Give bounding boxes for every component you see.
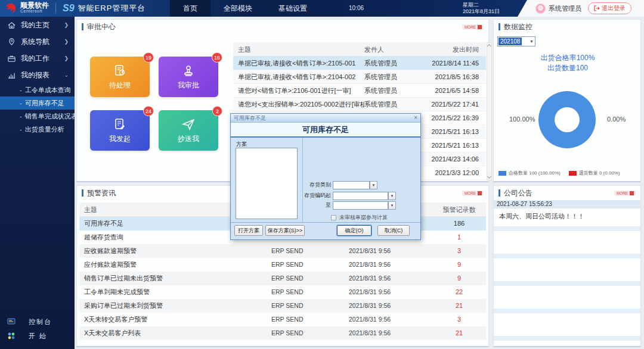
scroll-up-icon[interactable] [487, 44, 491, 48]
sidebar-sub-shipment-quality[interactable]: 出货质量分析 [0, 123, 75, 136]
title-accent-bar [499, 23, 500, 30]
avatar[interactable] [535, 4, 546, 14]
chevron-right-icon: ❯ [64, 39, 69, 45]
more-grid-icon [478, 25, 482, 29]
alert-row[interactable]: 采购订单已过期未到货预警ERP SEND2021/8/31 9:5621 [79, 299, 486, 313]
company-logo-icon [5, 2, 17, 14]
weekday: 星期二 [463, 2, 500, 8]
message-scrollbar[interactable] [487, 42, 492, 180]
notice-more-button[interactable]: MORE [614, 191, 636, 196]
tile-my-approvals[interactable]: 16 我审批 [159, 57, 218, 97]
chevron-right-icon: ❯ [64, 22, 69, 28]
tile-cc-to-me[interactable]: 2 抄送我 [159, 110, 218, 151]
save-plan-button[interactable]: 保存方案(S)>> [265, 225, 305, 236]
scroll-down-icon[interactable] [487, 174, 491, 179]
nav-home[interactable]: 首页 [170, 0, 210, 17]
plan-listbox[interactable] [236, 148, 298, 219]
notice-date: 2021-08-27 15:56:23 [494, 200, 640, 208]
col-subject: 主题 [233, 42, 364, 56]
unaudited-checkbox[interactable] [331, 215, 336, 220]
date-block: 星期二 2021年8月31日 [463, 2, 500, 15]
sidebar-sub-available-stock[interactable]: 可用库存不足 [0, 96, 75, 110]
message-row[interactable]: 单据已审核,请接收<销售订单>:2104-002系统管理员2021/8/5 16… [233, 70, 486, 84]
message-row[interactable]: 请您对<销售订单>:2106-001进行[一审]系统管理员2021/6/5 14… [233, 84, 486, 98]
console-label: 控制台 [29, 317, 52, 326]
col-count: 预警记录数 [432, 202, 486, 216]
approval-more-button[interactable]: MORE [462, 24, 484, 30]
logout-button[interactable]: 退出登录 [588, 2, 631, 14]
dialog-window-title: 可用库存不足 [234, 114, 266, 122]
sidebar: 我的主页 ❯ 系统导航 ❯ 我的工作 ❯ 我的报表 ⌄ 工令单成本查询 可用库存… [0, 17, 75, 349]
initiated-count-badge: 24 [143, 106, 154, 116]
code-from-dropdown-button[interactable]: ▼ [388, 192, 396, 200]
category-dropdown-button[interactable]: ▼ [370, 181, 377, 189]
clipboard-clock-icon [113, 64, 127, 78]
legend-swatch-return [569, 171, 577, 176]
code-to-label: 至 [298, 201, 331, 209]
approval-panel-title: 审批中心 [87, 22, 116, 32]
code-to-input[interactable] [333, 201, 388, 210]
sidebar-item-label: 我的报表 [21, 70, 49, 80]
dialog-titlebar[interactable]: 可用库存不足 × [231, 114, 420, 123]
home-icon [7, 21, 16, 30]
alert-row[interactable]: X天未转交易客户预警ERP SEND2021/8/31 9:563 [79, 313, 486, 326]
sidebar-item-home[interactable]: 我的主页 ❯ [0, 17, 75, 33]
donut-right-label: 0.00% [607, 116, 626, 123]
category-input[interactable] [333, 181, 370, 189]
message-table-header: 主题 发件人 发出时间 [233, 42, 486, 57]
period-select[interactable]: 202108 ▼ [497, 36, 535, 46]
location-pin-icon [7, 38, 16, 46]
sidebar-item-navigation[interactable]: 系统导航 ❯ [0, 33, 75, 50]
cancel-button[interactable]: 取消(C) [377, 225, 410, 236]
unaudited-checkbox-label: 未审核单据参与计算 [339, 214, 388, 222]
start-grid-icon [7, 332, 16, 340]
ok-button[interactable]: 确定(O) [337, 225, 371, 236]
top-nav: 首页 全部模块 基础设置 [170, 0, 320, 17]
message-row[interactable]: 请您对<支出报销单>:202105-0002进行[审核]系统管理员2021/5/… [233, 98, 486, 111]
message-row[interactable]: 单据已审核,请接收<销售订单>:2105-001系统管理员2021/8/14 1… [233, 57, 486, 70]
alert-row[interactable]: 应付账款逾期预警ERP SEND2021/8/31 9:569 [79, 258, 486, 272]
alert-row[interactable]: 工令单到期未完成预警ERP SEND2021/8/31 9:5622 [79, 285, 486, 299]
donut-left-label: 100.00% [509, 116, 535, 123]
alert-row[interactable]: 应收账款逾期预警ERP SEND2021/8/31 9:563 [79, 244, 486, 258]
alerts-more-button[interactable]: MORE [462, 191, 484, 196]
alert-row[interactable]: X天未交易客户列表ERP SEND2021/8/31 9:5621 [79, 326, 486, 340]
dialog-heading: 可用库存不足 [231, 123, 420, 138]
console-button[interactable]: 控制台 [0, 314, 75, 329]
legend-label-pass: 合格数量 100 (100.00%) [509, 170, 561, 176]
tile-pending[interactable]: 19 待处理 [90, 57, 150, 97]
sidebar-item-label: 我的工作 [21, 54, 49, 64]
brand-divider [55, 3, 56, 14]
product-logo: S9 [63, 3, 75, 14]
available-stock-dialog: 可用库存不足 × 可用库存不足 方案 存货类别 ▼ 存货编码起 ▼ 至 ▼ [230, 113, 421, 240]
chart-legend: 合格数量 100 (100.00%) 退货数量 0 (0.00%) [499, 170, 620, 176]
notice-content[interactable]: 本周六、周日公司活动！！！ [494, 208, 640, 226]
tile-label: 抄送我 [178, 134, 199, 144]
code-to-dropdown-button[interactable]: ▼ [388, 201, 396, 210]
brand-block: 顺景软件 Centersoft S9 智能ERP管理平台 [5, 0, 145, 17]
start-button[interactable]: 开 始 [0, 329, 75, 343]
sidebar-item-reports[interactable]: 我的报表 ⌄ [0, 67, 75, 83]
user-area: 系统管理员 退出登录 [518, 0, 644, 17]
nav-base-settings[interactable]: 基础设置 [265, 0, 320, 17]
start-label: 开 始 [29, 332, 47, 341]
sidebar-sub-sales-completion[interactable]: 销售单完成状况表 [0, 110, 75, 123]
code-from-input[interactable] [333, 192, 388, 200]
user-name: 系统管理员 [549, 4, 581, 13]
period-value: 202108 [499, 38, 522, 45]
shipment-qty-text: 出货数量100 [494, 63, 642, 73]
more-grid-icon [630, 191, 634, 195]
brand-sub: Centersoft [20, 8, 49, 14]
tile-initiated-by-me[interactable]: 24 我发起 [90, 110, 150, 151]
sidebar-item-work[interactable]: 我的工作 ❯ [0, 50, 75, 67]
alert-row[interactable]: 销售订单已过期未出货预警ERP SEND2021/8/31 9:569 [79, 272, 486, 285]
clock: 10:06 [349, 0, 364, 17]
company-notice-panel: 公司公告 MORE 2021-08-27 15:56:23 本周六、周日公司活动… [493, 185, 641, 347]
close-icon[interactable]: × [414, 115, 417, 121]
open-plan-button[interactable]: 打开方案 [234, 225, 263, 236]
col-sender: 发件人 [364, 42, 419, 56]
legend-swatch-pass [499, 171, 506, 176]
paper-plane-icon [181, 117, 196, 132]
sidebar-sub-workorder-cost[interactable]: 工令单成本查询 [0, 83, 75, 96]
nav-all-modules[interactable]: 全部模块 [210, 0, 265, 17]
